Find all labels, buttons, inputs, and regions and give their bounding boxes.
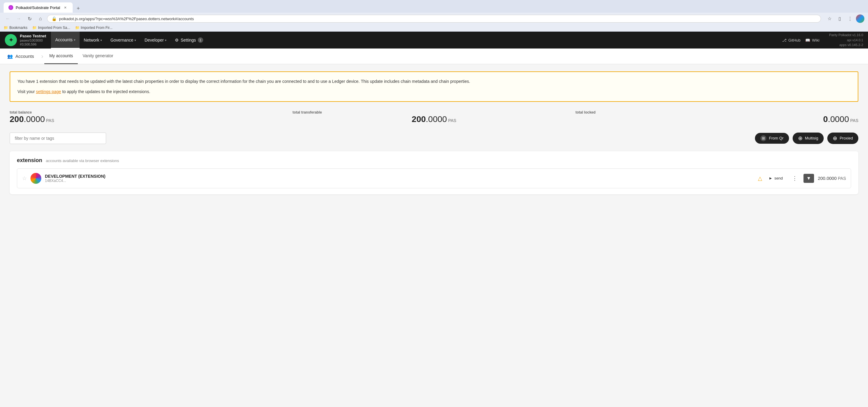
new-tab-button[interactable]: + bbox=[74, 4, 82, 13]
wiki-label: Wiki bbox=[812, 38, 819, 42]
qr-icon: ⊞ bbox=[761, 135, 766, 141]
send-icon: ► bbox=[769, 176, 773, 180]
people-icon: 👥 bbox=[7, 54, 13, 59]
tab-favicon bbox=[8, 5, 13, 10]
account-balance-decimal: .0000 bbox=[825, 176, 837, 181]
total-locked-section: total locked 0.0000PAS bbox=[576, 110, 858, 124]
bookmark-button[interactable]: ☆ bbox=[825, 14, 834, 23]
nav-developer[interactable]: Developer ▾ bbox=[140, 32, 170, 48]
send-label: send bbox=[774, 176, 783, 180]
tab-vanity-generator[interactable]: Vanity generator bbox=[78, 48, 118, 64]
nav-accounts-label: Accounts bbox=[55, 37, 73, 42]
account-row: ☆ DEVELOPMENT (EXTENSION) 14BXaCC4... △ … bbox=[17, 168, 851, 188]
version-line2: api v14.0.1 bbox=[829, 38, 863, 43]
warning-text-3: to apply the updates to the injected ext… bbox=[61, 89, 150, 94]
warning-visit: Visit your bbox=[18, 89, 36, 94]
extension-header: extension accounts available via browser… bbox=[17, 157, 851, 164]
warning-text: You have 1 extension that needs to be up… bbox=[18, 78, 850, 84]
back-button[interactable]: ← bbox=[4, 14, 12, 23]
account-warning-icon: △ bbox=[758, 175, 762, 182]
section-title: 👥 Accounts bbox=[7, 54, 40, 59]
settings-badge: 1 bbox=[198, 37, 203, 43]
multisig-label: Multisig bbox=[805, 136, 818, 140]
settings-page-link[interactable]: settings page bbox=[36, 89, 61, 94]
tab-close-button[interactable]: ✕ bbox=[62, 5, 68, 10]
from-qr-button[interactable]: ⊞ From Qr bbox=[755, 133, 789, 144]
url-lock-icon: 🔒 bbox=[52, 16, 57, 21]
account-address: 14BXaCC4... bbox=[45, 179, 754, 183]
reload-button[interactable]: ↻ bbox=[25, 14, 34, 23]
total-balance-currency: PAS bbox=[46, 118, 54, 123]
nav-settings[interactable]: ⚙ Settings 1 bbox=[170, 32, 208, 48]
send-button[interactable]: ► send bbox=[766, 174, 786, 182]
profile-button[interactable] bbox=[856, 14, 864, 23]
nav-divider: › bbox=[41, 53, 43, 60]
filter-input-wrap[interactable] bbox=[10, 133, 106, 144]
total-balance-section: total balance 200.0000PAS bbox=[10, 110, 292, 124]
account-balance-currency: PAS bbox=[838, 176, 846, 181]
home-button[interactable]: ⌂ bbox=[36, 14, 44, 23]
account-name: DEVELOPMENT (EXTENSION) bbox=[45, 174, 754, 179]
nav-settings-label: Settings bbox=[181, 38, 196, 42]
folder-icon-3: 📁 bbox=[75, 26, 80, 30]
total-balance-integer: 200 bbox=[10, 114, 24, 124]
account-balance: 200.0000PAS bbox=[818, 176, 846, 181]
total-transferable-label: total transferable bbox=[292, 110, 575, 114]
sub-nav: 👥 Accounts › My accounts Vanity generato… bbox=[0, 48, 868, 64]
active-tab[interactable]: Polkadot/Substrate Portal ✕ bbox=[4, 2, 73, 13]
nav-governance-label: Governance bbox=[110, 38, 133, 42]
tab-title: Polkadot/Substrate Portal bbox=[16, 5, 60, 10]
total-locked-currency: PAS bbox=[850, 118, 858, 123]
dropdown-button[interactable]: ▼ bbox=[804, 174, 814, 183]
extension-button[interactable]: ▯ bbox=[835, 14, 844, 23]
tab-my-accounts[interactable]: My accounts bbox=[44, 48, 78, 64]
from-qr-label: From Qr bbox=[769, 136, 783, 140]
nav-accounts[interactable]: Accounts ▾ bbox=[51, 32, 80, 48]
bookmark-imported-fi[interactable]: 📁 Imported From Fir... bbox=[75, 26, 113, 30]
total-balance-label: total balance bbox=[10, 110, 292, 114]
nav-network[interactable]: Network ▾ bbox=[80, 32, 106, 48]
chain-block: #3,500,596 bbox=[20, 42, 46, 46]
total-transferable-currency: PAS bbox=[448, 118, 456, 123]
menu-button[interactable]: ⋮ bbox=[846, 14, 854, 23]
browser-tabs: Polkadot/Substrate Portal ✕ + bbox=[4, 2, 864, 13]
nav-network-chevron: ▾ bbox=[100, 39, 102, 42]
extension-title: extension bbox=[17, 157, 42, 164]
bookmark-label-3: Imported From Fir... bbox=[81, 26, 113, 30]
total-locked-label: total locked bbox=[576, 110, 858, 114]
nav-developer-label: Developer bbox=[145, 38, 164, 42]
logo[interactable]: ✦ Paseo Testnet paseo/1003000 #3,500,596 bbox=[5, 34, 46, 46]
total-balance-decimal: .0000 bbox=[24, 114, 45, 124]
total-locked-integer: 0 bbox=[823, 114, 828, 124]
bookmark-folder-icon[interactable]: 📁 Bookmarks bbox=[4, 26, 27, 30]
account-avatar bbox=[30, 173, 41, 184]
book-icon: 📖 bbox=[805, 38, 810, 42]
action-buttons: ⊞ From Qr ⊕ Multisig ⊕ Proxied bbox=[755, 133, 858, 144]
version-line1: Parity Polkadot v1.16.0 bbox=[829, 33, 863, 38]
github-link[interactable]: ⎇ GitHub bbox=[782, 38, 801, 42]
forward-button[interactable]: → bbox=[14, 14, 23, 23]
more-options-button[interactable]: ⋮ bbox=[789, 174, 800, 183]
filter-input[interactable] bbox=[15, 136, 101, 141]
bookmark-label: Bookmarks bbox=[9, 26, 27, 30]
warning-text-2: Visit your settings page to apply the up… bbox=[18, 88, 850, 95]
bookmark-imported-sa[interactable]: 📁 Imported From Sa... bbox=[32, 26, 70, 30]
multisig-button[interactable]: ⊕ Multisig bbox=[793, 133, 824, 144]
wiki-link[interactable]: 📖 Wiki bbox=[805, 38, 819, 42]
proxied-button[interactable]: ⊕ Proxied bbox=[827, 133, 858, 144]
logo-text: Paseo Testnet paseo/1003000 #3,500,596 bbox=[20, 34, 46, 46]
total-transferable-decimal: .0000 bbox=[426, 114, 447, 124]
chain-name: Paseo Testnet bbox=[20, 34, 46, 39]
logo-icon: ✦ bbox=[5, 34, 17, 46]
sub-tabs: My accounts Vanity generator bbox=[44, 48, 118, 64]
url-bar[interactable]: 🔒 polkadot.js.org/apps/?rpc=wss%3A%2F%2F… bbox=[47, 15, 821, 23]
nav-governance-chevron: ▾ bbox=[134, 39, 136, 42]
total-locked-decimal: .0000 bbox=[828, 114, 849, 124]
favorite-star[interactable]: ☆ bbox=[22, 175, 27, 182]
nav-governance[interactable]: Governance ▾ bbox=[106, 32, 140, 48]
main-content: You have 1 extension that needs to be up… bbox=[0, 64, 868, 202]
chain-sub: paseo/1003000 bbox=[20, 39, 46, 42]
total-transferable-integer: 200 bbox=[412, 114, 426, 124]
total-locked-value: 0.0000PAS bbox=[576, 114, 858, 124]
nav-network-label: Network bbox=[84, 38, 99, 42]
